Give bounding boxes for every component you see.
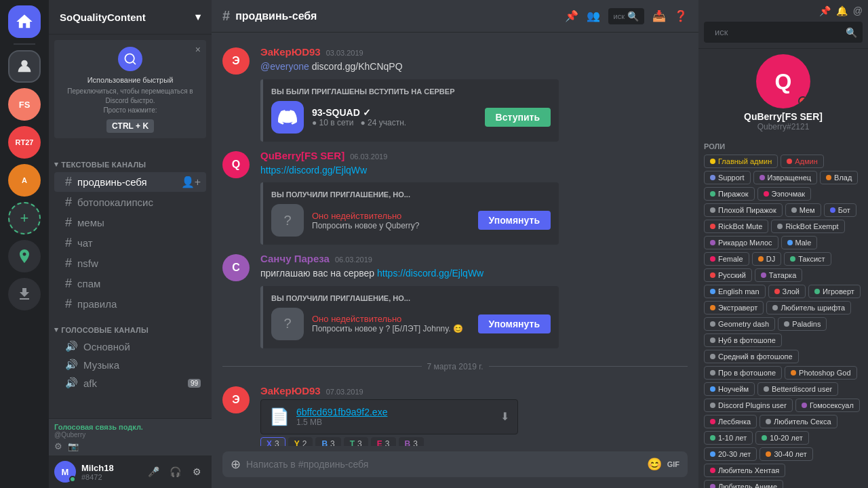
deafen-button[interactable]: 🎧 (165, 462, 184, 481)
file-name[interactable]: 6bffcd691fb9a9f2.exe (296, 407, 387, 418)
role-dot (791, 370, 796, 375)
role-badge-paladins[interactable]: Paladins (778, 317, 827, 331)
role-badge-таксист[interactable]: Таксист (784, 252, 831, 266)
search-box[interactable]: иск 🔍 (608, 8, 644, 24)
mention-button[interactable]: Упомянуть (478, 211, 551, 230)
role-badge-татарка[interactable]: Татарка (755, 268, 802, 282)
voice-channel-Основной[interactable]: 🔊 Основной (54, 338, 206, 355)
message-author[interactable]: ЭаКерЮD93 (260, 46, 321, 58)
emoji-icon[interactable]: 😊 (647, 457, 662, 472)
role-badge-любитель-секса[interactable]: Любитель Секса (760, 415, 837, 428)
role-badge-экстраверт[interactable]: Экстраверт (704, 301, 764, 314)
role-badge-админ[interactable]: Админ (781, 155, 824, 168)
message-author[interactable]: Санчу Пареза (260, 253, 330, 264)
role-badge-english-man[interactable]: English man (704, 285, 766, 298)
server-icon-4[interactable]: A (8, 164, 41, 197)
server-icon-home[interactable] (8, 5, 41, 38)
role-badge-geometry[interactable]: Geometry dash (704, 317, 775, 331)
channel-item-спам[interactable]: # спам (54, 274, 206, 293)
reaction-b2[interactable]: B 3 (399, 437, 424, 446)
role-badge-игроверт[interactable]: Игроверт (808, 285, 861, 298)
role-badge-rickbot-exempt[interactable]: RickBot Exempt (771, 220, 844, 233)
server-icon-3[interactable]: RT27 (8, 126, 41, 159)
reaction-y[interactable]: Y 2 (288, 437, 313, 446)
role-badge-30-40[interactable]: 30-40 лет (760, 447, 812, 461)
reaction-x[interactable]: X 3 (260, 437, 285, 446)
role-badge-female[interactable]: Female (704, 252, 749, 266)
channel-item-ботопокалипсис[interactable]: # ботопокалипсис (54, 192, 206, 212)
mute-button[interactable]: 🎤 (144, 462, 163, 481)
role-badge-любитель-шрифта[interactable]: Любитель шрифта (766, 301, 851, 314)
role-badge-пиражок[interactable]: Пиражок (704, 187, 755, 201)
channel-item-правила[interactable]: # правила (54, 294, 206, 314)
reaction-e[interactable]: E 3 (371, 437, 396, 446)
settings-button[interactable]: ⚙ (187, 462, 206, 481)
voice-settings-icon[interactable]: ⚙ (54, 441, 62, 451)
role-badge-male[interactable]: Male (781, 236, 818, 249)
join-button[interactable]: Вступить (485, 108, 551, 127)
role-badge-support[interactable]: Support (704, 171, 751, 184)
attach-icon[interactable]: ⊕ (231, 457, 241, 472)
add-server-icon[interactable]: + (8, 202, 41, 235)
role-badge-ноучейм[interactable]: Ноучейм (704, 382, 755, 396)
role-badge-1-10[interactable]: 1-10 лет (704, 431, 753, 445)
message-author[interactable]: ЭаКерЮD93 (260, 385, 321, 396)
voice-channel-Музыка[interactable]: 🔊 Музыка (54, 356, 206, 373)
file-info: 6bffcd691fb9a9f2.exe 1.5 MB (296, 407, 387, 427)
download-icon[interactable] (8, 278, 41, 310)
role-badge-плохой-пиражок[interactable]: Плохой Пиражок (704, 203, 783, 217)
role-dot (710, 435, 715, 441)
role-badge-влад[interactable]: Влад (820, 171, 858, 184)
role-badge-средний-фото[interactable]: Средний в фотошопе (704, 350, 799, 363)
role-badge-бот[interactable]: Бот (824, 203, 856, 217)
role-badge-10-20[interactable]: 10-20 лет (755, 431, 808, 445)
role-badge-гомосексуал[interactable]: Гомосексуал (795, 399, 860, 412)
role-badge-рикардо[interactable]: Рикардо Милос (704, 236, 778, 249)
add-member-icon[interactable]: 👤+ (181, 176, 201, 188)
voice-channel-afk[interactable]: 🔊 afk 99 (54, 374, 206, 392)
channel-item-мемы[interactable]: # мемы (54, 213, 206, 232)
at-icon[interactable]: @ (853, 5, 863, 16)
promo-close-btn[interactable]: × (195, 44, 201, 55)
role-badge-злой[interactable]: Злой (768, 285, 806, 298)
channel-item-чат[interactable]: # чат (54, 233, 206, 253)
reaction-t[interactable]: T 3 (344, 437, 368, 446)
server-icon-2[interactable]: FS (8, 88, 41, 121)
inbox-icon[interactable]: 📥 (652, 9, 666, 22)
role-badge-20-30[interactable]: 20-30 лет (704, 447, 757, 461)
role-badge-любитель-хентая[interactable]: Любитель Хентая (704, 464, 785, 477)
bell-icon[interactable]: 🔔 (836, 5, 848, 16)
file-download-btn[interactable]: ⬇ (500, 410, 509, 423)
pin-icon[interactable]: 📌 (565, 9, 578, 22)
channel-item-продвинь-себя[interactable]: # продвинь-себя 👤+ (54, 172, 206, 192)
members-search-input[interactable] (709, 24, 843, 40)
voice-camera-icon[interactable]: 📷 (68, 441, 79, 451)
role-badge-главный-админ[interactable]: Главный админ (704, 155, 778, 168)
role-badge-лесбянка[interactable]: Лесбянка (704, 415, 757, 428)
role-badge-ps-god[interactable]: Photoshop God (785, 366, 856, 380)
server-icon-sqc[interactable] (8, 50, 41, 83)
role-badge-мем[interactable]: Мем (785, 203, 821, 217)
server-header[interactable]: SoQualityContent ▾ (49, 0, 212, 35)
chat-input[interactable] (246, 459, 642, 470)
role-badge-dj[interactable]: DJ (752, 252, 781, 266)
gif-icon[interactable]: GIF (667, 460, 679, 468)
role-badge-rickbot-mute[interactable]: RickBot Mute (704, 220, 768, 233)
channel-item-nsfw[interactable]: # nsfw (54, 253, 206, 273)
help-icon[interactable]: ❓ (674, 9, 688, 22)
role-badge-discord-plugins[interactable]: Discord Plugins user (704, 399, 793, 412)
reaction-b[interactable]: B 3 (315, 437, 340, 446)
members-icon[interactable]: 👥 (587, 9, 600, 22)
message-author[interactable]: QuBerry[FS SER] (260, 150, 344, 161)
voice-channels-category: ▾ ГОЛОСОВЫЕ КАНАЛЫ (49, 314, 212, 337)
role-badge-нуб-фото[interactable]: Нуб в фотошопе (704, 333, 782, 347)
explore-icon[interactable] (8, 240, 41, 272)
pin-top-icon[interactable]: 📌 (819, 5, 831, 16)
role-badge-про-фото[interactable]: Про в фотошопе (704, 366, 782, 380)
mention-button[interactable]: Упомянуть (478, 314, 551, 333)
role-badge-извращенец[interactable]: Извращенец (753, 171, 818, 184)
role-badge-русский[interactable]: Русский (704, 268, 752, 282)
role-badge-ээпочмак[interactable]: Ээпочмак (757, 187, 812, 201)
role-badge-bd-user[interactable]: Betterdiscord user (757, 382, 838, 396)
role-badge-любитель-аниме[interactable]: Любитель Аниме (704, 480, 783, 488)
